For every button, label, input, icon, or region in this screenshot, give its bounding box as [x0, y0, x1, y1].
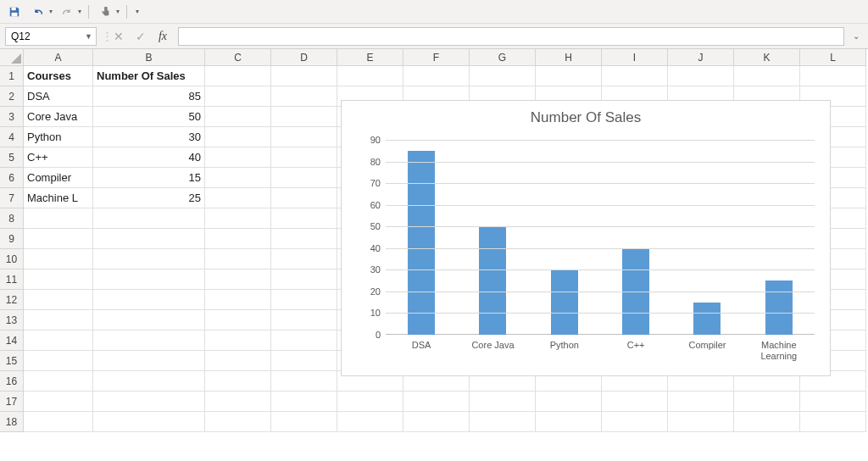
cell[interactable] — [734, 66, 800, 86]
cell[interactable] — [271, 310, 337, 330]
row-header-15[interactable]: 15 — [0, 351, 24, 371]
cell[interactable] — [93, 351, 205, 371]
column-header-I[interactable]: I — [602, 49, 668, 66]
cell[interactable]: 50 — [93, 107, 205, 127]
column-header-B[interactable]: B — [93, 49, 205, 66]
cell[interactable] — [205, 107, 271, 127]
cell[interactable] — [205, 392, 271, 412]
cell[interactable] — [271, 107, 337, 127]
cell[interactable] — [734, 412, 800, 432]
cell[interactable] — [205, 208, 271, 229]
row-header-18[interactable]: 18 — [0, 412, 24, 432]
cell[interactable] — [470, 412, 536, 432]
row-header-16[interactable]: 16 — [0, 371, 24, 392]
expand-formula-icon[interactable]: ⌄ — [849, 31, 863, 41]
bar[interactable] — [551, 269, 578, 335]
cell[interactable] — [337, 412, 403, 432]
cell[interactable] — [602, 392, 668, 412]
cell[interactable] — [205, 168, 271, 188]
row-header-4[interactable]: 4 — [0, 127, 24, 147]
cell[interactable] — [271, 147, 337, 168]
cell[interactable] — [93, 249, 205, 269]
cell[interactable] — [470, 66, 536, 86]
cell[interactable] — [205, 371, 271, 392]
cell[interactable] — [800, 412, 866, 432]
column-header-A[interactable]: A — [24, 49, 93, 66]
cell[interactable] — [800, 66, 866, 86]
cell[interactable] — [536, 412, 602, 432]
touch-mode-icon[interactable] — [96, 3, 114, 21]
cell[interactable] — [205, 86, 271, 107]
chart[interactable]: Number Of Sales DSACore JavaPythonC++Com… — [341, 100, 831, 376]
cell[interactable] — [93, 392, 205, 412]
column-header-E[interactable]: E — [337, 49, 403, 66]
cell[interactable] — [602, 412, 668, 432]
cell[interactable] — [271, 371, 337, 392]
cell[interactable]: 40 — [93, 147, 205, 168]
cell[interactable] — [668, 66, 734, 86]
row-header-12[interactable]: 12 — [0, 290, 24, 310]
bar[interactable] — [765, 280, 793, 335]
row-header-1[interactable]: 1 — [0, 66, 24, 86]
row-header-14[interactable]: 14 — [0, 330, 24, 351]
cell[interactable]: 15 — [93, 168, 205, 188]
cell[interactable] — [668, 412, 734, 432]
bar[interactable] — [693, 303, 721, 335]
cell[interactable] — [271, 229, 337, 249]
cell[interactable]: Core Java — [24, 107, 93, 127]
column-header-C[interactable]: C — [205, 49, 271, 66]
formula-input[interactable] — [178, 27, 844, 46]
column-header-F[interactable]: F — [403, 49, 470, 66]
cell[interactable] — [337, 66, 403, 86]
row-header-13[interactable]: 13 — [0, 310, 24, 330]
cell[interactable] — [403, 66, 470, 86]
select-all-corner[interactable] — [0, 49, 24, 66]
cell[interactable] — [271, 330, 337, 351]
cell[interactable] — [93, 269, 205, 290]
cell[interactable]: Machine L — [24, 188, 93, 208]
cell[interactable] — [271, 351, 337, 371]
cell[interactable] — [536, 392, 602, 412]
cell[interactable] — [271, 127, 337, 147]
column-header-G[interactable]: G — [470, 49, 536, 66]
cell[interactable] — [271, 412, 337, 432]
row-header-5[interactable]: 5 — [0, 147, 24, 168]
cell[interactable]: 25 — [93, 188, 205, 208]
redo-icon[interactable] — [58, 3, 76, 21]
row-header-6[interactable]: 6 — [0, 168, 24, 188]
cell[interactable] — [93, 208, 205, 229]
cell[interactable] — [205, 229, 271, 249]
row-header-2[interactable]: 2 — [0, 86, 24, 107]
cell[interactable]: Number Of Sales — [93, 66, 205, 86]
cell[interactable] — [205, 269, 271, 290]
cell[interactable] — [93, 412, 205, 432]
cell[interactable] — [800, 392, 866, 412]
cell[interactable]: 30 — [93, 127, 205, 147]
cell[interactable]: C++ — [24, 147, 93, 168]
cell[interactable] — [271, 188, 337, 208]
save-icon[interactable] — [5, 3, 24, 21]
cell[interactable] — [93, 290, 205, 310]
cell[interactable] — [271, 168, 337, 188]
cell[interactable] — [24, 208, 93, 229]
cell[interactable]: Courses — [24, 66, 93, 86]
cell[interactable] — [271, 249, 337, 269]
column-header-K[interactable]: K — [734, 49, 800, 66]
cell[interactable] — [337, 392, 403, 412]
cell[interactable] — [205, 290, 271, 310]
cell[interactable] — [536, 66, 602, 86]
cell[interactable] — [24, 392, 93, 412]
cell[interactable]: Python — [24, 127, 93, 147]
cell[interactable] — [24, 351, 93, 371]
cell[interactable] — [205, 249, 271, 269]
cell[interactable] — [403, 392, 470, 412]
name-box[interactable]: Q12 ▼ — [5, 27, 97, 46]
row-header-9[interactable]: 9 — [0, 229, 24, 249]
cell[interactable] — [24, 229, 93, 249]
cell[interactable] — [271, 392, 337, 412]
row-header-11[interactable]: 11 — [0, 269, 24, 290]
cell[interactable] — [470, 392, 536, 412]
cell[interactable] — [734, 392, 800, 412]
cell[interactable] — [24, 269, 93, 290]
cell[interactable] — [271, 208, 337, 229]
